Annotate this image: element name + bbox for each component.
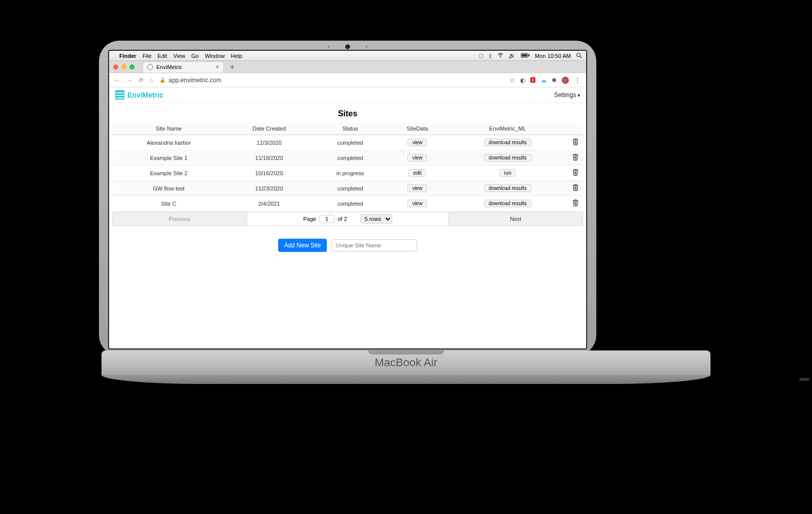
page-title: Sites xyxy=(109,103,586,122)
brand[interactable]: EnviMetric xyxy=(115,90,163,100)
reload-button[interactable]: ⟳ xyxy=(139,77,144,84)
menu-help[interactable]: Help xyxy=(231,53,243,59)
trash-icon[interactable] xyxy=(572,154,579,162)
table-row: Alexandria harbor12/3/2020completedviewd… xyxy=(112,135,583,150)
cloud-extension-icon[interactable]: ☁ xyxy=(540,77,547,84)
cell-status: completed xyxy=(313,181,388,196)
menu-view[interactable]: View xyxy=(173,53,185,59)
address-bar[interactable]: 🔒 app.envimetric.com xyxy=(159,77,221,84)
col-site-name[interactable]: Site Name xyxy=(112,122,225,135)
page-number-input[interactable] xyxy=(319,215,334,223)
ml-action-button[interactable]: download results xyxy=(484,139,531,146)
col-site-data[interactable]: SiteData xyxy=(387,122,447,135)
browser-tab-strip: EnviMetric × + xyxy=(109,61,586,73)
browser-toolbar: ← → ⟳ ⌂ 🔒 app.envimetric.com ☆ ◐ 1 ☁ ✱ ⋮ xyxy=(109,73,586,87)
app-body: EnviMetric Settings Sites Site Name Date… xyxy=(109,87,586,348)
col-date-created[interactable]: Date Created xyxy=(225,122,313,135)
laptop-screen: Finder File Edit View Go Window Help ◌ ᛒ… xyxy=(108,50,587,349)
cell-ml: download results xyxy=(447,150,568,166)
laptop-frame: Finder File Edit View Go Window Help ◌ ᛒ… xyxy=(99,41,596,356)
chat-icon[interactable]: ◌ xyxy=(479,52,484,59)
tab-close-icon[interactable]: × xyxy=(216,63,219,71)
svg-point-0 xyxy=(500,56,501,57)
trash-icon[interactable] xyxy=(572,200,579,208)
back-button[interactable]: ← xyxy=(114,77,120,84)
table-header-row: Site Name Date Created Status SiteData E… xyxy=(112,122,583,135)
menu-go[interactable]: Go xyxy=(191,53,199,59)
ml-action-button[interactable]: download results xyxy=(484,200,531,207)
col-status[interactable]: Status xyxy=(313,122,388,135)
cell-status: completed xyxy=(313,196,388,211)
globe-icon xyxy=(147,64,153,70)
trash-icon[interactable] xyxy=(572,139,579,147)
cell-site-data: view xyxy=(387,135,447,150)
browser-menu-icon[interactable]: ⋮ xyxy=(574,76,581,84)
cell-site-name: Alexandria harbor xyxy=(112,135,225,150)
browser-tab[interactable]: EnviMetric × xyxy=(143,61,224,73)
extension-icon[interactable]: ◐ xyxy=(520,77,525,84)
table-row: GW flow test11/23/2020completedviewdownl… xyxy=(112,181,583,196)
cell-date-created: 10/16/2020 xyxy=(225,166,313,181)
battery-icon[interactable] xyxy=(521,53,530,59)
site-data-button[interactable]: view xyxy=(408,200,427,207)
trash-icon[interactable] xyxy=(572,170,579,177)
volume-icon[interactable]: 🔊 xyxy=(509,52,516,59)
cell-delete xyxy=(568,150,583,166)
spotlight-icon[interactable] xyxy=(576,52,582,59)
window-close-button[interactable] xyxy=(113,65,118,70)
laptop-camera-row xyxy=(328,44,367,49)
cell-date-created: 2/4/2021 xyxy=(225,196,313,211)
pagination-center: Page of 2 5 rows xyxy=(247,212,448,226)
table-row: Example Site 210/16/2020in progresseditr… xyxy=(112,166,583,181)
cell-delete xyxy=(568,196,583,211)
bluetooth-icon[interactable]: ᛒ xyxy=(489,53,492,59)
site-data-button[interactable]: view xyxy=(408,184,427,192)
site-data-button[interactable]: edit xyxy=(409,169,426,177)
rows-per-page-select[interactable]: 5 rows xyxy=(360,214,392,223)
menu-window[interactable]: Window xyxy=(205,53,225,59)
window-maximize-button[interactable] xyxy=(129,65,134,70)
cell-site-name: Site C xyxy=(112,196,225,211)
bookmark-star-icon[interactable]: ☆ xyxy=(510,77,515,84)
col-envimetric-ml[interactable]: EnviMetric_ML xyxy=(447,122,568,135)
menubar-app[interactable]: Finder xyxy=(119,53,137,59)
address-text: app.envimetric.com xyxy=(168,77,221,84)
cell-date-created: 12/3/2020 xyxy=(225,135,313,150)
cell-status: in progress xyxy=(313,166,388,181)
webcam-icon xyxy=(345,44,350,49)
home-button[interactable]: ⌂ xyxy=(150,77,153,84)
new-tab-button[interactable]: + xyxy=(227,62,238,72)
new-site-name-input[interactable] xyxy=(331,239,417,251)
table-row: Site C2/4/2021completedviewdownload resu… xyxy=(112,196,583,211)
forward-button[interactable]: → xyxy=(126,77,132,84)
site-data-button[interactable]: view xyxy=(408,139,427,146)
cell-ml: download results xyxy=(447,181,568,196)
ml-action-button[interactable]: download results xyxy=(484,154,531,162)
menubar-clock[interactable]: Mon 10:50 AM xyxy=(535,53,571,59)
brand-logo-icon xyxy=(115,90,124,100)
add-new-site-button[interactable]: Add New Site xyxy=(278,239,327,252)
settings-dropdown[interactable]: Settings xyxy=(554,91,580,99)
ml-action-button[interactable]: download results xyxy=(484,184,531,192)
svg-line-5 xyxy=(580,56,582,58)
window-minimize-button[interactable] xyxy=(121,65,126,70)
macos-menubar: Finder File Edit View Go Window Help ◌ ᛒ… xyxy=(109,51,586,61)
site-data-button[interactable]: view xyxy=(408,154,427,162)
extension-badge-icon[interactable]: 1 xyxy=(530,77,535,83)
previous-page-button[interactable]: Previous xyxy=(112,212,247,226)
sites-table: Site Name Date Created Status SiteData E… xyxy=(112,122,583,211)
profile-avatar[interactable] xyxy=(562,77,569,84)
svg-rect-3 xyxy=(522,54,527,56)
laptop-hinge-notch xyxy=(368,350,444,355)
extensions-puzzle-icon[interactable]: ✱ xyxy=(552,77,557,84)
ml-action-button[interactable]: run xyxy=(499,169,516,177)
wifi-icon[interactable] xyxy=(497,53,503,59)
cell-site-data: view xyxy=(387,196,447,211)
svg-rect-2 xyxy=(529,54,530,56)
trash-icon[interactable] xyxy=(572,185,579,192)
menu-file[interactable]: File xyxy=(143,53,152,59)
next-page-button[interactable]: Next xyxy=(448,212,583,226)
cell-date-created: 11/18/2020 xyxy=(225,150,313,166)
menu-edit[interactable]: Edit xyxy=(157,53,167,59)
svg-point-4 xyxy=(577,53,581,56)
